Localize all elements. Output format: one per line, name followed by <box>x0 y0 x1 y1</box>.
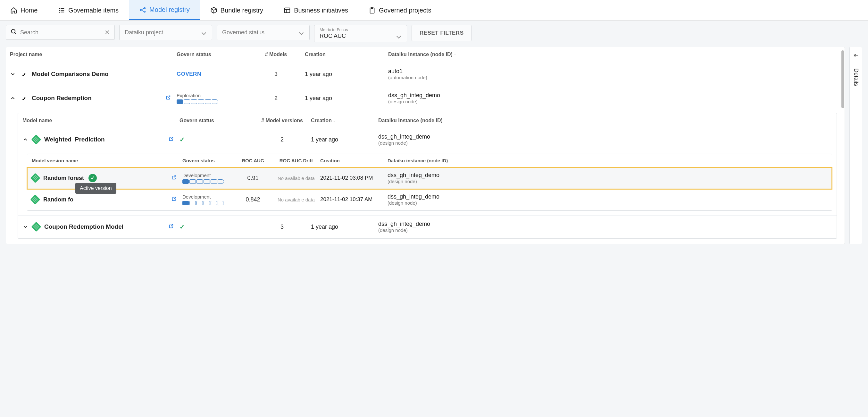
project-dropdown[interactable]: Dataiku project <box>119 25 212 40</box>
creation-date: 2021-11-02 03:08 PM <box>320 175 388 181</box>
col-versions[interactable]: # Model versions <box>253 118 311 123</box>
top-nav: Home Governable items Model registry Bun… <box>0 0 868 21</box>
progress-bar <box>177 99 247 104</box>
progress-bar <box>182 179 234 184</box>
project-icon <box>20 70 27 78</box>
versions-count: 2 <box>253 136 311 143</box>
instance-id: dss_gh_integ_demo <box>378 133 832 140</box>
nav-model-registry[interactable]: Model registry <box>129 0 200 20</box>
col-project-name[interactable]: Project name <box>10 52 177 57</box>
home-icon <box>10 7 17 14</box>
check-icon: ✓ <box>180 223 185 230</box>
col-govern-status[interactable]: Govern status <box>180 118 253 123</box>
model-name: Weighted_Prediction <box>44 136 105 143</box>
col-version-name[interactable]: Model version name <box>32 158 182 163</box>
nav-governable[interactable]: Governable items <box>48 0 129 20</box>
nav-home[interactable]: Home <box>0 0 48 20</box>
chevron-down-icon[interactable] <box>10 71 16 77</box>
external-link-icon[interactable] <box>172 196 177 203</box>
instance-type: (design node) <box>378 228 832 233</box>
instance-id: auto1 <box>388 68 841 75</box>
nav-bundle-registry[interactable]: Bundle registry <box>200 0 273 20</box>
search-input[interactable] <box>20 29 104 36</box>
metric-dropdown-label: Metric to Focus <box>319 27 402 32</box>
nav-business[interactable]: Business initiatives <box>273 0 359 20</box>
col-models[interactable]: # Models <box>247 52 305 57</box>
check-icon: ✓ <box>180 136 185 143</box>
clear-search-icon[interactable]: ✕ <box>104 29 110 36</box>
sort-down-icon: ↓ <box>341 158 343 163</box>
col-model-name[interactable]: Model name <box>23 118 180 123</box>
svg-point-6 <box>11 30 16 33</box>
instance-id: dss_gh_integ_demo <box>388 92 841 99</box>
versions-count: 3 <box>253 224 311 230</box>
status-dropdown[interactable]: Governed status <box>217 25 310 40</box>
drift-value: No available data <box>272 197 320 202</box>
govern-status-text: Development <box>182 173 234 178</box>
model-row[interactable]: Coupon Redemption Model ✓ 3 1 year ago d… <box>18 215 837 238</box>
collapse-panel-icon[interactable]: ⇤ <box>854 52 858 59</box>
versions-header-row: Model version name Govern status ROC AUC… <box>27 154 832 168</box>
projects-header-row: Project name Govern status # Models Crea… <box>6 47 845 62</box>
tooltip: Active version <box>75 183 116 194</box>
model-icon <box>30 195 40 204</box>
col-govern-status[interactable]: Govern status <box>177 52 247 57</box>
model-icon <box>31 135 41 144</box>
chevron-down-icon <box>202 30 206 35</box>
models-header-row: Model name Govern status # Model version… <box>18 113 837 128</box>
progress-bar <box>182 201 234 205</box>
external-link-icon[interactable] <box>168 224 174 230</box>
project-row[interactable]: Coupon Redemption Exploration 2 1 year a… <box>6 86 845 110</box>
project-row[interactable]: Model Comparisons Demo GOVERN 3 1 year a… <box>6 62 845 86</box>
chevron-up-icon[interactable] <box>10 95 16 101</box>
details-panel: ⇤ Details <box>849 47 862 244</box>
versions-table: Model version name Govern status ROC AUC… <box>27 154 832 211</box>
drift-value: No available data <box>272 175 320 181</box>
col-creation[interactable]: Creation↓ <box>311 118 378 123</box>
model-icon <box>31 222 41 232</box>
col-creation[interactable]: Creation↓ <box>320 158 388 163</box>
instance-id: dss_gh_integ_demo <box>388 172 827 179</box>
col-instance[interactable]: Dataiku instance (node ID) <box>388 158 827 163</box>
govern-link[interactable]: GOVERN <box>177 71 201 77</box>
svg-point-1 <box>144 7 146 9</box>
scrollbar[interactable] <box>841 50 844 108</box>
package-icon <box>210 7 217 14</box>
rocauc-value: 0.842 <box>234 196 272 203</box>
filter-bar: ✕ Dataiku project Governed status Metric… <box>0 21 868 47</box>
col-instance[interactable]: Dataiku instance (node ID) <box>378 118 832 123</box>
model-icon <box>30 173 40 183</box>
chevron-down-icon <box>397 34 401 38</box>
external-link-icon[interactable] <box>166 95 171 101</box>
model-row[interactable]: Weighted_Prediction ✓ 2 1 year ago dss_g… <box>18 128 837 151</box>
chevron-up-icon[interactable] <box>23 137 28 142</box>
project-icon <box>20 95 27 102</box>
external-link-icon[interactable] <box>168 136 174 143</box>
chevron-down-icon[interactable] <box>23 224 28 230</box>
rocauc-value: 0.91 <box>234 175 272 182</box>
nav-governed[interactable]: Governed projects <box>359 0 441 20</box>
sort-down-icon: ↓ <box>333 118 335 123</box>
col-rocauc[interactable]: ROC AUC <box>234 158 272 163</box>
col-drift[interactable]: ROC AUC Drift <box>272 158 320 163</box>
project-name: Coupon Redemption <box>32 95 92 102</box>
nav-governable-label: Governable items <box>68 7 119 14</box>
instance-id: dss_gh_integ_demo <box>378 221 832 228</box>
details-label[interactable]: Details <box>852 68 859 86</box>
search-box[interactable]: ✕ <box>6 25 115 40</box>
version-row[interactable]: Random forest ✓ Development 0.91 No avai… <box>27 168 832 189</box>
model-name: Coupon Redemption Model <box>44 223 123 230</box>
col-instance[interactable]: Dataiku instance (node ID)↑ <box>388 52 841 57</box>
reset-filters-button[interactable]: RESET FILTERS <box>411 25 471 41</box>
col-creation[interactable]: Creation <box>305 52 388 57</box>
external-link-icon[interactable] <box>172 175 177 181</box>
creation-date: 1 year ago <box>305 95 388 102</box>
svg-point-2 <box>144 11 146 12</box>
metric-dropdown[interactable]: Metric to Focus ROC AUC <box>314 25 407 42</box>
col-govern-status[interactable]: Govern status <box>182 158 234 163</box>
creation-date: 1 year ago <box>311 224 378 230</box>
instance-type: (design node) <box>388 200 827 206</box>
version-row[interactable]: Random fo Development 0.842 No available… <box>27 189 832 210</box>
govern-status-text: Development <box>182 194 234 200</box>
nodes-icon <box>139 6 146 13</box>
